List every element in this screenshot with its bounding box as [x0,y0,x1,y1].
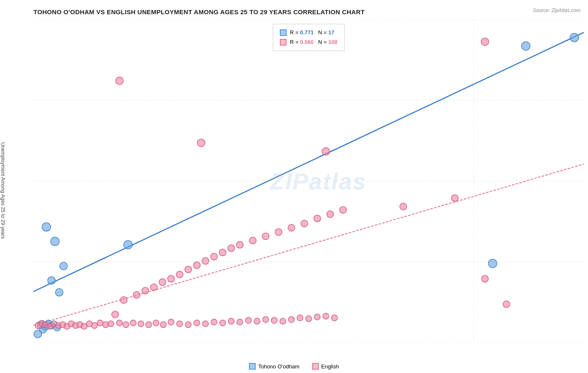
svg-point-92 [262,233,269,240]
chart-container: TOHONO O'ODHAM VS ENGLISH UNEMPLOYMENT A… [0,0,588,373]
svg-point-91 [249,237,256,244]
svg-point-68 [271,317,277,323]
svg-point-50 [123,322,129,327]
svg-point-81 [159,279,166,286]
svg-point-49 [116,320,122,326]
svg-point-23 [60,262,68,270]
svg-point-28 [522,42,530,50]
legend-blue-text: R = 0.771 N = 17 [290,28,334,37]
source-label: Source: ZipAtlas.com [533,8,580,13]
bottom-label-blue: Tohono O'odham [258,363,299,370]
svg-point-45 [92,322,97,328]
legend-row-pink: R = 0.560 N = 108 [280,37,337,47]
svg-point-93 [275,229,282,235]
chart-area: ZIPatlas 100.0% 75.0% 50.0% 25.0% 0.0% 1… [33,20,584,342]
svg-point-67 [263,317,268,322]
svg-point-100 [400,203,406,210]
scatter-plot: 100.0% 75.0% 50.0% 25.0% 0.0% 100.0% [33,20,584,342]
svg-point-94 [288,225,295,231]
svg-point-24 [48,277,56,284]
svg-point-75 [331,315,337,321]
svg-point-99 [322,148,330,155]
svg-point-26 [124,240,133,249]
svg-point-25 [55,289,63,296]
svg-point-90 [236,241,243,248]
svg-point-74 [323,313,329,319]
svg-point-52 [138,321,144,327]
legend-row-blue: R = 0.771 N = 17 [280,28,337,37]
svg-point-61 [211,319,217,325]
svg-point-102 [481,276,488,282]
svg-line-13 [33,164,584,325]
svg-point-86 [202,258,209,264]
svg-point-54 [153,320,159,326]
svg-point-77 [120,296,127,303]
svg-point-64 [237,319,243,325]
svg-point-29 [488,259,497,268]
svg-point-59 [194,320,199,326]
svg-point-57 [176,321,182,327]
svg-point-95 [301,220,307,227]
svg-point-89 [228,245,235,251]
svg-line-12 [33,32,584,291]
svg-point-88 [219,249,226,256]
svg-point-27 [570,33,579,42]
svg-point-103 [503,301,510,307]
svg-point-87 [211,253,217,260]
svg-point-83 [176,271,183,278]
svg-point-56 [168,319,174,325]
svg-point-72 [306,316,312,322]
legend-pink-text: R = 0.560 N = 108 [290,37,337,47]
bottom-legend-pink: English [312,363,339,370]
svg-point-73 [314,314,320,320]
svg-point-51 [130,320,136,326]
svg-point-98 [340,207,346,213]
svg-point-53 [146,322,151,327]
bottom-label-pink: English [321,363,339,370]
svg-point-55 [160,322,166,327]
svg-point-20 [34,330,42,338]
legend-box: R = 0.771 N = 17 R = 0.560 N = 108 [273,24,345,51]
svg-point-66 [254,318,260,324]
bottom-swatch-blue [249,363,256,370]
chart-title: TOHONO O'ODHAM VS ENGLISH UNEMPLOYMENT A… [33,8,584,15]
svg-point-62 [220,320,225,326]
svg-point-46 [97,320,103,326]
svg-point-78 [133,291,140,298]
svg-point-96 [314,215,320,222]
svg-point-65 [245,317,251,323]
y-axis-label: Unemployment Among Ages 25 to 29 years [0,25,6,356]
svg-point-76 [112,311,118,318]
bottom-swatch-pink [312,363,319,370]
legend-swatch-blue [280,29,286,36]
legend-swatch-pink [280,39,286,46]
svg-point-101 [451,195,458,202]
bottom-legend-blue: Tohono O'odham [249,363,299,370]
svg-point-84 [185,266,192,273]
svg-point-60 [202,321,208,327]
svg-point-70 [289,317,294,322]
svg-point-21 [42,223,51,231]
svg-point-104 [115,77,123,84]
bottom-legend: Tohono O'odham English [249,363,339,370]
svg-point-31 [197,139,205,146]
svg-point-79 [142,287,148,294]
svg-point-58 [185,322,191,327]
svg-point-30 [481,38,489,46]
svg-point-97 [327,211,333,217]
svg-point-69 [280,318,286,324]
svg-point-48 [108,321,114,327]
svg-point-22 [51,237,59,245]
svg-point-80 [151,284,157,291]
svg-point-85 [193,262,200,268]
svg-point-71 [297,315,303,321]
svg-point-63 [228,318,234,324]
svg-point-82 [168,276,174,282]
